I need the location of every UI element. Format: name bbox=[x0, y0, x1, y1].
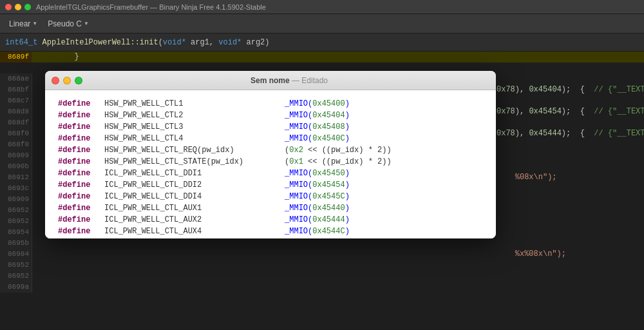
line-addr: 86952 bbox=[0, 260, 32, 271]
line-addr: 86954 bbox=[0, 227, 32, 238]
window-title: AppleIntelTGLGraphicsFramebuffer — Binar… bbox=[36, 3, 266, 11]
linear-label: Linear bbox=[9, 19, 30, 28]
modal-line: #define HSW_PWR_WELL_CTL_REQ(pw_idx)(0x2… bbox=[58, 144, 483, 156]
line-addr: 86952 bbox=[0, 271, 32, 282]
maximize-dot bbox=[24, 4, 31, 10]
line-addr: 86909 bbox=[0, 194, 32, 205]
line-addr: 868d8 bbox=[0, 106, 32, 117]
code-line: 86984 %x%08x\n"); bbox=[0, 249, 644, 260]
code-line: 86952 bbox=[0, 271, 644, 282]
minimize-dot bbox=[15, 4, 21, 10]
modal-line: #define ICL_PWR_WELL_CTL_AUX1_MMIO(0x454… bbox=[58, 202, 483, 214]
modal-line: #define HSW_PWR_WELL_CTL_STATE(pw_idx)(0… bbox=[58, 156, 483, 168]
window-dots bbox=[5, 4, 31, 10]
param1-name: arg1, bbox=[186, 38, 218, 47]
param2-name: arg2) bbox=[242, 38, 269, 47]
line-addr: 868bf bbox=[0, 84, 32, 95]
modal-line: #define HSW_PWR_WELL_CTL3_MMIO(0x45408) bbox=[58, 121, 483, 133]
line-addr: 86984 bbox=[0, 249, 32, 260]
line-addr: 868ae bbox=[0, 73, 32, 84]
modal-line: #define ICL_PWR_WELL_CTL_DDI1_MMIO(0x454… bbox=[58, 168, 483, 179]
pseudoc-chevron-icon: ▼ bbox=[84, 21, 89, 26]
modal-titlebar[interactable]: Sem nome — Editado bbox=[45, 71, 496, 90]
linear-button[interactable]: Linear ▼ bbox=[5, 18, 41, 30]
line-addr: 86912 bbox=[0, 172, 32, 183]
pseudoc-label: Pseudo C bbox=[48, 19, 82, 28]
line-addr: 86952 bbox=[0, 205, 32, 216]
line-content: %x%08x\n"); bbox=[32, 249, 644, 260]
open-paren: ( bbox=[158, 38, 163, 47]
modal-maximize-button[interactable] bbox=[75, 77, 82, 84]
code-line: 8689f } bbox=[0, 52, 644, 63]
modal-minimize-button[interactable] bbox=[63, 77, 71, 84]
code-area: 8689f } 868ae data_15b950 += 1; 868bf in… bbox=[0, 52, 644, 330]
modal-line: #define HSW_PWR_WELL_CTL4_MMIO(0x4540C) bbox=[58, 133, 483, 144]
function-signature-bar: int64_t AppleIntelPowerWell::init ( void… bbox=[0, 34, 644, 52]
line-addr: 8699a bbox=[0, 282, 32, 293]
modal-window-controls bbox=[52, 77, 82, 84]
line-addr: 8690b bbox=[0, 161, 32, 172]
param1-type: void* bbox=[163, 38, 186, 47]
code-line: 8699a bbox=[0, 282, 644, 293]
modal-line: #define ICL_PWR_WELL_CTL_AUX4_MMIO(0x454… bbox=[58, 226, 483, 237]
line-addr: 868f0 bbox=[0, 128, 32, 139]
return-type: int64_t bbox=[5, 38, 43, 47]
line-content: } bbox=[32, 52, 644, 63]
modal-content: #define HSW_PWR_WELL_CTL1_MMIO(0x45400) … bbox=[45, 90, 496, 238]
function-name: AppleIntelPowerWell::init bbox=[43, 38, 158, 47]
pseudoc-button[interactable]: Pseudo C ▼ bbox=[44, 18, 93, 30]
modal-window[interactable]: Sem nome — Editado #define HSW_PWR_WELL_… bbox=[45, 71, 496, 238]
line-addr: 868f0 bbox=[0, 139, 32, 150]
close-dot bbox=[5, 4, 12, 10]
line-addr: 8695b bbox=[0, 238, 32, 249]
toolbar: Linear ▼ Pseudo C ▼ bbox=[0, 14, 644, 34]
line-addr: 86909 bbox=[0, 150, 32, 161]
modal-line: #define ICL_PWR_WELL_CTL_DDI2_MMIO(0x454… bbox=[58, 179, 483, 191]
param2-type: void* bbox=[218, 38, 242, 47]
line-addr: 868c7 bbox=[0, 95, 32, 106]
code-line: 8695b bbox=[0, 238, 644, 249]
line-addr: 8689f bbox=[0, 52, 32, 63]
line-addr: 8693c bbox=[0, 183, 32, 194]
modal-close-button[interactable] bbox=[52, 77, 59, 84]
line-addr: 868df bbox=[0, 117, 32, 128]
modal-title: Sem nome — Editado bbox=[89, 76, 489, 85]
line-addr: 86952 bbox=[0, 216, 32, 227]
modal-title-status: — Editado bbox=[292, 76, 328, 85]
modal-title-name: Sem nome bbox=[251, 76, 290, 85]
linear-chevron-icon: ▼ bbox=[32, 21, 37, 26]
modal-line: #define ICL_PWR_WELL_CTL_AUX2_MMIO(0x454… bbox=[58, 214, 483, 226]
modal-line: #define HSW_PWR_WELL_CTL1_MMIO(0x45400) bbox=[58, 98, 483, 110]
title-bar: AppleIntelTGLGraphicsFramebuffer — Binar… bbox=[0, 0, 644, 14]
modal-line: #define ICL_PWR_WELL_CTL_DDI4_MMIO(0x454… bbox=[58, 191, 483, 202]
code-line: 86952 bbox=[0, 260, 644, 271]
modal-line: #define HSW_PWR_WELL_CTL2_MMIO(0x45404) bbox=[58, 110, 483, 121]
